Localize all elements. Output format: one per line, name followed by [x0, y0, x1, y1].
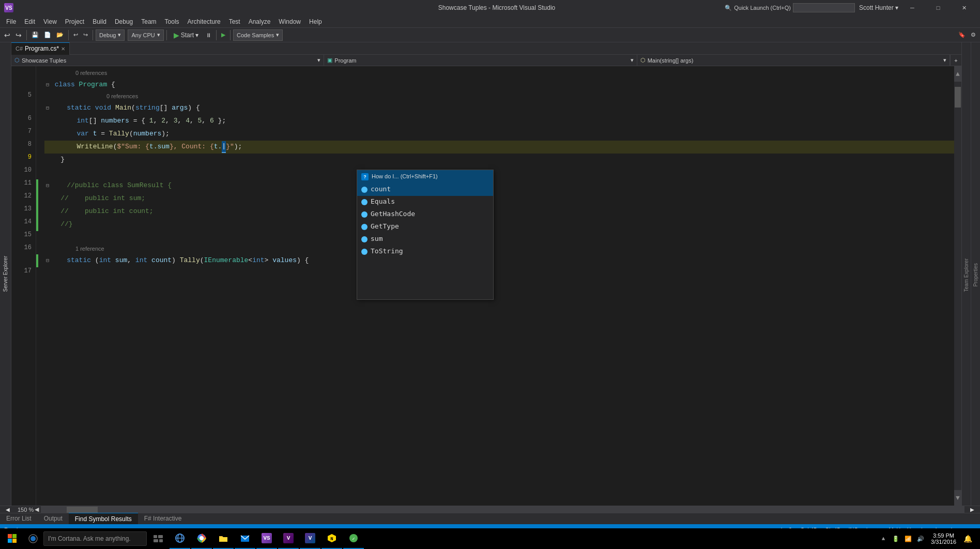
quick-launch-input[interactable] [793, 3, 855, 12]
menu-debug[interactable]: Debug [111, 16, 137, 28]
menu-project[interactable]: Project [61, 16, 88, 28]
collapse-btn-5[interactable]: ⊟ [44, 81, 51, 89]
taskbar-app-green[interactable]: ✓ [343, 528, 364, 549]
minimize-button[interactable]: ─ [900, 0, 924, 16]
autocomplete-header[interactable]: ? How do I... (Ctrl+Shift+F1) [357, 170, 493, 184]
maximize-button[interactable]: □ [926, 0, 950, 16]
volume-icon[interactable]: 🔊 [915, 528, 926, 549]
type-nav-dropdown[interactable]: ▣ Program ▾ [324, 55, 637, 66]
platform-dropdown[interactable]: Any CPU ▾ [128, 29, 163, 41]
project-nav-dropdown[interactable]: ⬡ Showcase Tuples ▾ [11, 55, 324, 66]
menu-team[interactable]: Team [137, 16, 160, 28]
taskbar-app-norton[interactable]: N [321, 528, 342, 549]
code-samples-dropdown[interactable]: Code Samples ▾ [233, 29, 283, 41]
taskbar-app-mail[interactable] [235, 528, 255, 549]
search-launch-area: 🔍 Quick Launch (Ctrl+Q) [723, 2, 857, 13]
scroll-left[interactable]: ◀ [0, 506, 16, 513]
toolbar-settings[interactable]: ⚙ [969, 30, 978, 39]
ac-label-5: ToString [371, 246, 403, 257]
scroll-thumb[interactable] [955, 87, 961, 108]
notification-button[interactable]: 🔔 [961, 528, 974, 549]
menu-file[interactable]: File [2, 16, 20, 28]
toolbar-bookmark[interactable]: 🔖 [956, 30, 968, 39]
code-area: C# Program.cs* ✕ ⬡ Showcase Tuples ▾ ▣ P… [11, 42, 961, 506]
scroll-down[interactable]: ▼ [954, 490, 961, 506]
taskbar: I'm Cortana. Ask me anything. [0, 528, 980, 549]
h-scroll-track[interactable] [41, 506, 964, 513]
cortana-button[interactable] [24, 528, 42, 549]
start-button[interactable]: ▶ Start ▾ [170, 30, 203, 40]
line-15: 15 [11, 228, 32, 241]
toolbar-save[interactable]: 💾 [29, 30, 41, 39]
scroll-gutter: ▲ ▼ [954, 66, 961, 506]
menu-window[interactable]: Window [274, 16, 305, 28]
menu-view[interactable]: View [39, 16, 61, 28]
menu-edit[interactable]: Edit [20, 16, 39, 28]
toolbar-back[interactable]: ↩ [2, 30, 12, 40]
collapse-btn-12[interactable]: ⊟ [44, 182, 51, 190]
nav-expand-button[interactable]: + [950, 55, 961, 66]
horizontal-scrollbar: ◀ 150 % ◀ ▶ [0, 506, 980, 513]
scroll-track[interactable] [954, 82, 961, 490]
user-name: Scott Hunter ▾ [859, 4, 898, 11]
svg-point-14 [200, 536, 204, 540]
notification-chevron[interactable]: ▲ [878, 528, 889, 549]
menu-test[interactable]: Test [225, 16, 244, 28]
clock-date[interactable]: 3:59 PM 3/31/2016 [928, 532, 959, 545]
line-12: 12 [11, 190, 32, 203]
toolbar-undo[interactable]: ↩ [71, 30, 80, 39]
scroll-up[interactable]: ▲ [954, 66, 961, 82]
tab-program-cs[interactable]: C# Program.cs* ✕ [11, 42, 70, 55]
toolbar-fwd[interactable]: ↪ [13, 30, 24, 40]
autocomplete-item-2[interactable]: GetHashCode [357, 208, 493, 221]
bottom-tabs: Error List Output Find Symbol Results F#… [0, 513, 980, 524]
taskbar-app-vs3[interactable]: V [300, 528, 320, 549]
start-menu-button[interactable] [2, 528, 23, 549]
taskbar-app-chrome[interactable] [191, 528, 212, 549]
toolbar-redo[interactable]: ↪ [81, 30, 90, 39]
toolbar-save-all[interactable]: 📄 [42, 30, 53, 39]
tab-fsharp-interactive[interactable]: F# Interactive [138, 513, 188, 524]
project-nav-label: Showcase Tuples [22, 57, 66, 64]
vs-blue-icon: V [305, 533, 315, 543]
autocomplete-item-5[interactable]: ToString [357, 246, 493, 258]
scroll-right[interactable]: ▶ [964, 506, 980, 513]
menu-help[interactable]: Help [305, 16, 326, 28]
tab-close-button[interactable]: ✕ [61, 46, 65, 52]
taskbar-app-vs[interactable]: VS [256, 528, 277, 549]
zoom-arrow: ◀ [35, 506, 39, 513]
autocomplete-item-4[interactable]: sum [357, 233, 493, 246]
code-line-13: // public int sum; [44, 192, 961, 205]
line-5: 5 [11, 89, 32, 102]
code-content[interactable]: 0 references ⊟ class Program { 0 referen… [36, 66, 961, 506]
battery-icon[interactable]: 🔋 [891, 528, 901, 549]
wifi-icon[interactable]: 📶 [903, 528, 913, 549]
taskbar-app-ie[interactable] [170, 528, 190, 549]
menu-architecture[interactable]: Architecture [183, 16, 225, 28]
autocomplete-item-3[interactable]: GetType [357, 221, 493, 233]
toolbar-open[interactable]: 📂 [54, 30, 66, 39]
menu-analyze[interactable]: Analyze [244, 16, 275, 28]
autocomplete-popup: ? How do I... (Ctrl+Shift+F1) count Equa… [357, 170, 494, 300]
toolbar-record[interactable]: ▶ [219, 30, 227, 39]
toolbar-sep-2 [68, 30, 69, 40]
menu-tools[interactable]: Tools [161, 16, 183, 28]
code-line-15: //} [44, 218, 961, 231]
taskbar-app-vs2[interactable]: V [278, 528, 299, 549]
collapse-btn-6[interactable]: ⊟ [44, 104, 51, 113]
cortana-search[interactable]: I'm Cortana. Ask me anything. [43, 531, 147, 546]
member-nav-dropdown[interactable]: ⬡ Main(string[] args) ▾ [637, 55, 950, 66]
collapse-btn-17[interactable]: ⊟ [44, 257, 51, 265]
menu-build[interactable]: Build [88, 16, 111, 28]
autocomplete-item-1[interactable]: Equals [357, 196, 493, 208]
toolbar-pause[interactable]: ⏸ [204, 31, 213, 39]
autocomplete-item-0[interactable]: count [357, 184, 493, 196]
close-button[interactable]: ✕ [952, 0, 976, 16]
task-view-button[interactable] [148, 528, 169, 549]
h-scroll-thumb[interactable] [67, 507, 98, 513]
tab-find-symbol[interactable]: Find Symbol Results [69, 513, 138, 524]
tab-error-list[interactable]: Error List [0, 513, 38, 524]
debug-dropdown[interactable]: Debug ▾ [96, 29, 125, 41]
tab-output[interactable]: Output [38, 513, 69, 524]
taskbar-app-explorer[interactable] [213, 528, 234, 549]
